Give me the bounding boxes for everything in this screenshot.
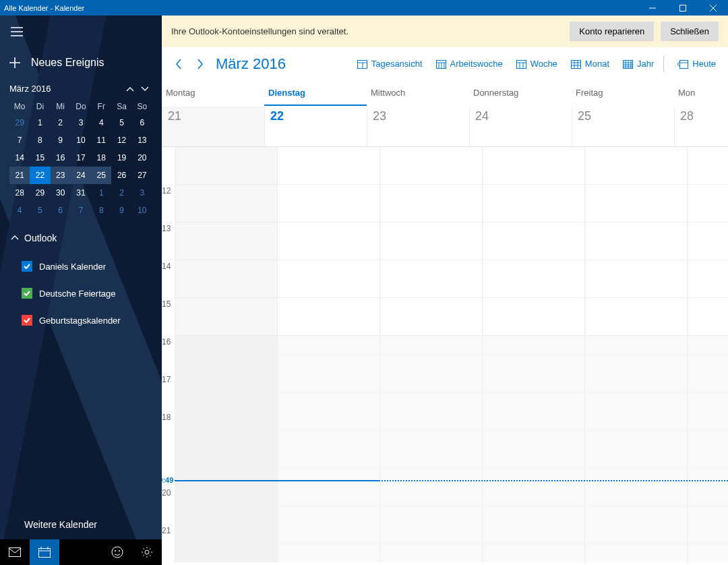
- hour-cell[interactable]: [175, 374, 277, 411]
- view-button-today[interactable]: Heute: [671, 53, 723, 74]
- hour-cell[interactable]: [585, 222, 687, 260]
- hour-cell[interactable]: [175, 336, 277, 374]
- hour-cell[interactable]: [688, 487, 728, 525]
- day-header[interactable]: Dienstag: [264, 80, 367, 106]
- mini-calendar-day[interactable]: 30: [51, 184, 71, 202]
- mini-calendar-day[interactable]: 26: [111, 167, 131, 184]
- close-notification-button[interactable]: Schließen: [661, 22, 719, 41]
- mini-calendar-day[interactable]: 2: [51, 114, 71, 131]
- hour-cell[interactable]: [278, 487, 380, 525]
- hour-cell[interactable]: [483, 185, 584, 222]
- hour-cell[interactable]: [278, 147, 380, 185]
- allday-cell[interactable]: 24: [469, 107, 572, 146]
- mini-calendar-day[interactable]: 4: [91, 114, 111, 131]
- mini-calendar-day[interactable]: 7: [9, 131, 30, 149]
- calendar-section-outlook[interactable]: Outlook: [0, 223, 162, 253]
- mini-calendar-day[interactable]: 27: [132, 167, 152, 184]
- mini-calendar-day[interactable]: 17: [71, 149, 91, 167]
- day-column[interactable]: [584, 147, 687, 562]
- calendar-grid[interactable]: 121314151617182021 19:49: [162, 147, 728, 565]
- hour-cell[interactable]: [483, 147, 584, 185]
- mini-calendar-day[interactable]: 8: [30, 131, 50, 149]
- mini-calendar-day[interactable]: 24: [71, 167, 91, 184]
- calendar-checkbox[interactable]: [22, 288, 32, 299]
- mini-calendar-day[interactable]: 6: [51, 202, 71, 219]
- hour-cell[interactable]: [175, 147, 277, 185]
- mini-calendar-day[interactable]: 18: [91, 149, 111, 167]
- hour-cell[interactable]: [688, 147, 728, 185]
- hour-cell[interactable]: [175, 185, 277, 222]
- hour-cell[interactable]: [175, 260, 277, 298]
- repair-account-button[interactable]: Konto reparieren: [570, 22, 654, 41]
- hour-cell[interactable]: [483, 336, 584, 374]
- mini-calendar-day[interactable]: 22: [30, 167, 50, 184]
- allday-cell[interactable]: 25: [572, 107, 674, 146]
- view-button-jahr[interactable]: Jahr: [616, 53, 661, 74]
- mini-calendar-day[interactable]: 15: [30, 149, 50, 167]
- mini-calendar-day[interactable]: 21: [9, 167, 30, 184]
- hour-cell[interactable]: [688, 260, 728, 298]
- mini-calendar-day[interactable]: 9: [111, 202, 131, 219]
- hour-cell[interactable]: [380, 222, 482, 260]
- hour-cell[interactable]: [483, 298, 584, 336]
- hour-cell[interactable]: [688, 298, 728, 336]
- hour-cell[interactable]: [380, 336, 482, 374]
- hour-cell[interactable]: [688, 222, 728, 260]
- hour-cell[interactable]: [585, 374, 687, 411]
- day-header[interactable]: Donnerstag: [469, 80, 572, 106]
- calendar-item[interactable]: Deutsche Feiertage: [22, 280, 158, 307]
- mini-calendar-day[interactable]: 29: [30, 184, 50, 202]
- allday-row[interactable]: 212223242528: [162, 107, 728, 147]
- calendar-button[interactable]: [30, 539, 59, 565]
- settings-button[interactable]: [132, 539, 162, 565]
- mini-calendar-day[interactable]: 3: [71, 114, 91, 131]
- hour-cell[interactable]: [585, 260, 687, 298]
- hour-cell[interactable]: [380, 147, 482, 185]
- mini-calendar-day[interactable]: 29: [9, 114, 30, 131]
- hour-cell[interactable]: [380, 411, 482, 449]
- mini-calendar-day[interactable]: 7: [71, 202, 91, 219]
- hour-cell[interactable]: [175, 411, 277, 449]
- mini-calendar-day[interactable]: 23: [51, 167, 71, 184]
- hour-cell[interactable]: [380, 185, 482, 222]
- day-column[interactable]: [277, 147, 380, 562]
- hour-cell[interactable]: [278, 260, 380, 298]
- mini-calendar-day[interactable]: 5: [30, 202, 50, 219]
- mini-calendar-day[interactable]: 14: [9, 149, 30, 167]
- hour-cell[interactable]: [175, 525, 277, 562]
- day-column[interactable]: [482, 147, 584, 562]
- mini-calendar-day[interactable]: 31: [71, 184, 91, 202]
- mini-calendar-day[interactable]: 5: [111, 114, 131, 131]
- hour-cell[interactable]: [483, 374, 584, 411]
- new-event-button[interactable]: Neues Ereignis: [0, 47, 162, 78]
- calendar-checkbox[interactable]: [22, 315, 32, 326]
- view-button-monat[interactable]: Monat: [564, 53, 616, 74]
- feedback-button[interactable]: [102, 539, 132, 565]
- hour-cell[interactable]: [278, 525, 380, 562]
- hour-cell[interactable]: [585, 185, 687, 222]
- hour-cell[interactable]: [688, 336, 728, 374]
- hour-cell[interactable]: [688, 411, 728, 449]
- hour-cell[interactable]: [278, 336, 380, 374]
- day-header[interactable]: Montag: [162, 80, 264, 106]
- close-button[interactable]: [698, 0, 728, 16]
- hour-cell[interactable]: [278, 411, 380, 449]
- mail-button[interactable]: [0, 539, 30, 565]
- mini-calendar-day[interactable]: 9: [51, 131, 71, 149]
- hour-cell[interactable]: [380, 525, 482, 562]
- prev-period-button[interactable]: [170, 52, 187, 76]
- day-header[interactable]: Freitag: [572, 80, 674, 106]
- hour-cell[interactable]: [380, 487, 482, 525]
- mini-calendar-day[interactable]: 11: [91, 131, 111, 149]
- hour-cell[interactable]: [688, 374, 728, 411]
- mini-calendar-day[interactable]: 10: [71, 131, 91, 149]
- day-column[interactable]: [380, 147, 482, 562]
- mini-calendar-day[interactable]: 13: [132, 131, 152, 149]
- hour-cell[interactable]: [585, 411, 687, 449]
- mini-calendar-day[interactable]: 1: [91, 184, 111, 202]
- mini-calendar-day[interactable]: 19: [111, 149, 131, 167]
- calendar-checkbox[interactable]: [22, 261, 32, 272]
- hour-cell[interactable]: [483, 487, 584, 525]
- mini-calendar-day[interactable]: 4: [9, 202, 30, 219]
- day-header[interactable]: Mittwoch: [367, 80, 469, 106]
